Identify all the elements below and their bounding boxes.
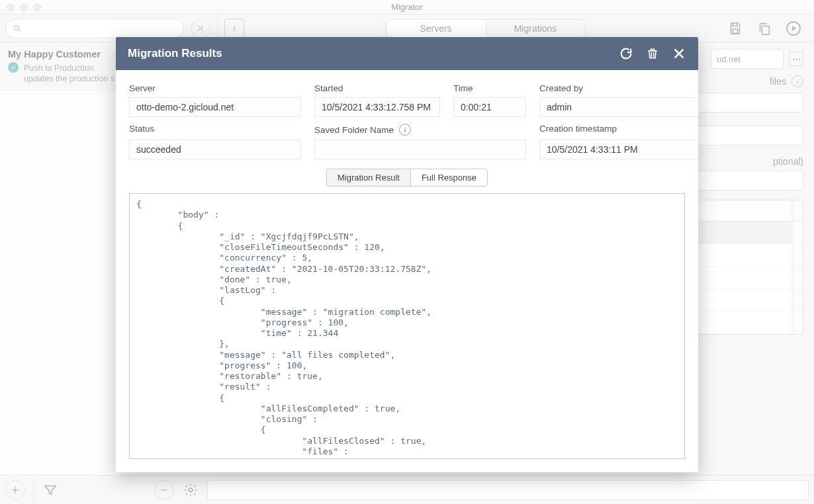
label-created-by: Created by (539, 81, 698, 93)
value-time: 0:00:21 (453, 97, 526, 117)
value-creation-ts: 10/5/2021 4:33:11 PM (539, 140, 698, 159)
tab-migration-result[interactable]: Migration Result (326, 169, 410, 187)
refresh-button[interactable] (619, 46, 633, 61)
modal-title: Migration Results (128, 47, 222, 60)
trash-icon (646, 47, 659, 60)
value-started: 10/5/2021 4:33:12.758 PM (314, 97, 440, 117)
modal-overlay: Migration Results Server Started Time Cr… (0, 0, 814, 504)
info-icon[interactable]: i (399, 124, 411, 136)
refresh-icon (619, 46, 633, 61)
label-saved-folder: Saved Folder Name i (314, 121, 526, 136)
modal-body: Server Started Time Created by otto-demo… (116, 70, 698, 472)
value-status: succeeded (129, 140, 301, 159)
value-saved-folder (314, 140, 526, 159)
migration-results-modal: Migration Results Server Started Time Cr… (116, 37, 698, 472)
delete-button[interactable] (645, 46, 660, 61)
label-server: Server (129, 81, 301, 93)
close-icon (672, 46, 686, 61)
value-created-by: admin (539, 97, 698, 117)
tab-full-response[interactable]: Full Response (410, 169, 488, 187)
label-time: Time (453, 81, 526, 93)
response-code[interactable]: { "body" : { "_id" : "Xgcjfdqjf9PcLSTN",… (129, 193, 685, 459)
value-server: otto-demo-2.gicloud.net (129, 97, 301, 117)
result-tabs: Migration Result Full Response (129, 169, 685, 187)
label-started: Started (314, 81, 440, 93)
label-creation-ts: Creation timestamp (539, 121, 698, 136)
close-modal-button[interactable] (672, 46, 686, 61)
label-status: Status (129, 121, 301, 136)
modal-header: Migration Results (116, 37, 698, 70)
